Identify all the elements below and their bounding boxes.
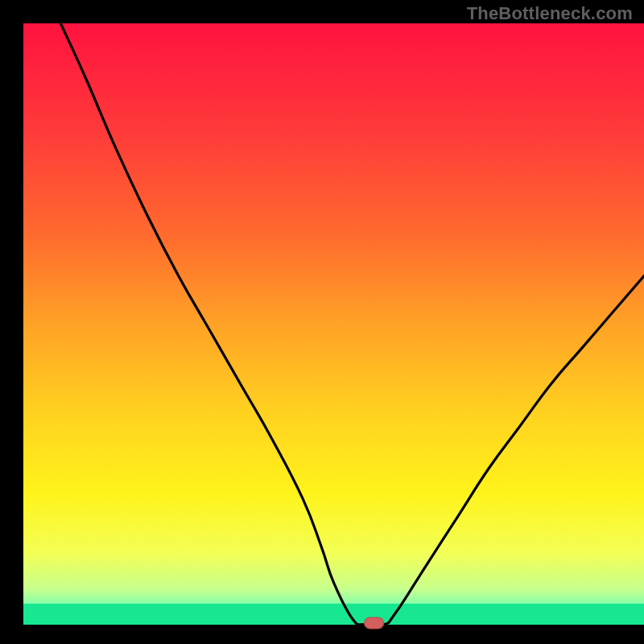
green-band [23, 604, 644, 625]
plot-background [23, 23, 644, 625]
bottleneck-chart [0, 0, 644, 644]
chart-frame: TheBottleneck.com [0, 0, 644, 644]
optimal-marker [365, 617, 384, 629]
watermark-text: TheBottleneck.com [467, 3, 633, 24]
